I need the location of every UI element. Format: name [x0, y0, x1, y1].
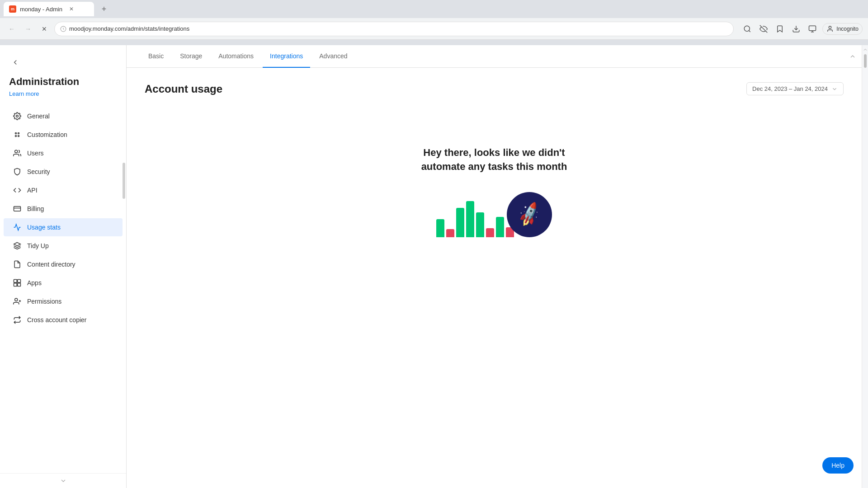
- profile-layout-icon[interactable]: [806, 23, 819, 35]
- sidebar-item-users[interactable]: Users: [4, 144, 123, 162]
- tab-automations[interactable]: Automations: [211, 45, 261, 68]
- svg-rect-14: [14, 280, 17, 283]
- tidy-icon: [13, 241, 22, 250]
- empty-state: Hey there, looks like we didn't automate…: [145, 110, 844, 273]
- sidebar-item-label-billing: Billing: [27, 205, 44, 212]
- bar-7: [496, 217, 504, 237]
- bookmark-icon[interactable]: [774, 23, 786, 35]
- bar-4: [466, 201, 474, 237]
- sidebar-item-cross-account[interactable]: Cross account copier: [4, 311, 123, 329]
- scrollbar-thumb: [864, 54, 867, 68]
- sidebar-item-label-apps: Apps: [27, 279, 42, 286]
- active-tab[interactable]: m monday - Admin ✕: [4, 2, 94, 16]
- incognito-label: Incognito: [836, 26, 859, 32]
- content-icon: [13, 260, 22, 269]
- content-header: Account usage Dec 24, 2023 – Jan 24, 202…: [145, 82, 844, 95]
- sidebar-item-apps[interactable]: Apps: [4, 274, 123, 292]
- help-button[interactable]: Help: [822, 457, 854, 474]
- sidebar-item-permissions[interactable]: Permissions: [4, 292, 123, 310]
- reload-button[interactable]: ✕: [38, 23, 51, 35]
- rocket-illustration: 🚀: [507, 192, 552, 237]
- eye-off-icon[interactable]: [757, 23, 770, 35]
- svg-rect-16: [14, 283, 17, 286]
- tab-close-button[interactable]: ✕: [68, 5, 75, 13]
- sidebar-header: Administration Learn more: [0, 45, 126, 103]
- sidebar: Administration Learn more General Custom…: [0, 45, 127, 488]
- bar-1: [436, 219, 444, 237]
- url-text: moodjoy.monday.com/admin/stats/integrati…: [69, 25, 189, 32]
- permissions-icon: [13, 297, 22, 306]
- forward-button[interactable]: →: [22, 23, 34, 35]
- sidebar-item-label-users: Users: [27, 150, 44, 157]
- browser-toolbar: ← → ✕ moodjoy.monday.com/admin/stats/int…: [0, 18, 868, 40]
- sidebar-item-customization[interactable]: Customization: [4, 126, 123, 144]
- sidebar-item-billing[interactable]: Billing: [4, 200, 123, 218]
- sidebar-scroll-down[interactable]: [0, 473, 126, 488]
- shield-icon: [13, 167, 22, 176]
- sidebar-item-security[interactable]: Security: [4, 163, 123, 181]
- bar-3: [456, 208, 464, 237]
- sidebar-item-label-tidy-up: Tidy Up: [27, 242, 49, 249]
- date-range-text: Dec 24, 2023 – Jan 24, 2024: [752, 85, 828, 92]
- cross-icon: [13, 315, 22, 324]
- svg-point-11: [15, 150, 18, 153]
- sidebar-item-content-directory[interactable]: Content directory: [4, 255, 123, 273]
- empty-state-text: Hey there, looks like we didn't automate…: [421, 146, 567, 174]
- sidebar-item-label-customization: Customization: [27, 131, 67, 138]
- svg-point-6: [16, 115, 19, 117]
- content-area: Account usage Dec 24, 2023 – Jan 24, 202…: [127, 68, 862, 488]
- svg-point-8: [15, 136, 17, 137]
- apps-icon: [13, 278, 22, 287]
- sidebar-item-label-api: API: [27, 187, 38, 194]
- sidebar-item-usage-stats[interactable]: Usage stats: [4, 218, 123, 236]
- app-container: Administration Learn more General Custom…: [0, 45, 868, 488]
- svg-rect-15: [18, 280, 21, 283]
- bar-2: [446, 229, 454, 237]
- sidebar-item-label-permissions: Permissions: [27, 298, 61, 305]
- sidebar-item-label-content-directory: Content directory: [27, 261, 75, 268]
- sidebar-item-label-cross-account: Cross account copier: [27, 316, 87, 324]
- sidebar-scrollbar: [123, 136, 125, 361]
- sidebar-nav: General Customization Users Security: [0, 103, 126, 473]
- svg-point-10: [18, 136, 19, 137]
- svg-rect-17: [18, 283, 21, 286]
- svg-point-1: [745, 26, 750, 31]
- svg-point-9: [18, 133, 19, 134]
- sidebar-item-label-usage-stats: Usage stats: [27, 224, 61, 231]
- svg-point-7: [15, 133, 17, 134]
- download-icon[interactable]: [790, 23, 802, 35]
- tabs-bar: Basic Storage Automations Integrations A…: [127, 45, 862, 68]
- right-scrollbar: [862, 45, 868, 488]
- title-bar: m monday - Admin ✕ +: [0, 0, 868, 18]
- learn-more-link[interactable]: Learn more: [9, 90, 39, 97]
- sidebar-item-tidy-up[interactable]: Tidy Up: [4, 237, 123, 255]
- browser-chrome: m monday - Admin ✕ + ← → ✕ moodjoy.monda…: [0, 0, 868, 45]
- incognito-profile[interactable]: Incognito: [822, 23, 863, 35]
- tab-integrations[interactable]: Integrations: [263, 45, 310, 68]
- back-nav-button[interactable]: [9, 56, 22, 69]
- chart-illustration: 🚀: [436, 192, 552, 237]
- scroll-indicator: [849, 45, 862, 67]
- svg-rect-4: [809, 26, 816, 31]
- brush-icon: [13, 130, 22, 139]
- chart-icon: [13, 223, 22, 232]
- sidebar-item-api[interactable]: API: [4, 181, 123, 199]
- main-content: Basic Storage Automations Integrations A…: [127, 45, 862, 488]
- date-range-picker[interactable]: Dec 24, 2023 – Jan 24, 2024: [746, 82, 844, 95]
- billing-icon: [13, 204, 22, 213]
- address-bar[interactable]: moodjoy.monday.com/admin/stats/integrati…: [54, 22, 734, 36]
- new-tab-button[interactable]: +: [98, 3, 110, 15]
- tab-advanced[interactable]: Advanced: [312, 45, 354, 68]
- search-icon[interactable]: [741, 23, 754, 35]
- tab-title: monday - Admin: [20, 6, 62, 13]
- svg-rect-12: [14, 206, 21, 211]
- rocket-emoji: 🚀: [515, 201, 543, 228]
- toolbar-icons: Incognito: [741, 23, 863, 35]
- svg-point-5: [829, 26, 831, 28]
- back-button[interactable]: ←: [5, 23, 18, 35]
- tab-storage[interactable]: Storage: [173, 45, 209, 68]
- sidebar-scrollbar-thumb: [123, 163, 125, 199]
- api-icon: [13, 186, 22, 195]
- tab-basic[interactable]: Basic: [141, 45, 171, 68]
- sidebar-item-general[interactable]: General: [4, 107, 123, 125]
